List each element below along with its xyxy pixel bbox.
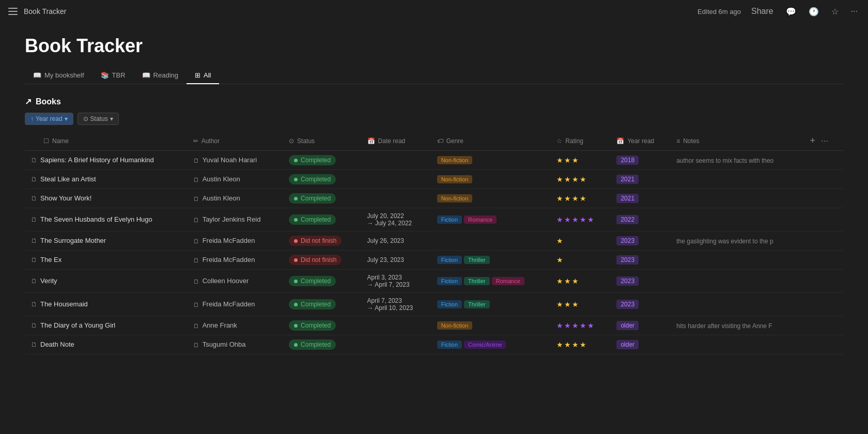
book-icon: 🗋 <box>31 237 37 244</box>
star-filled: ★ <box>564 277 571 285</box>
add-column-button[interactable]: + <box>808 135 817 146</box>
genre-tag: Thriller <box>464 300 490 308</box>
status-filter[interactable]: ⊙ Status ▾ <box>78 113 119 125</box>
notes-col-icon: ≡ <box>676 137 680 145</box>
author-cell: 🗋Taylor Jenkins Reid <box>187 208 283 231</box>
tab-tbr[interactable]: 📚 TBR <box>92 67 134 84</box>
status-cell: Completed <box>283 189 361 208</box>
genre-tag: Fiction <box>437 215 462 224</box>
tab-bookshelf[interactable]: 📖 My bookshelf <box>25 67 92 84</box>
star-filled: ★ <box>556 237 563 245</box>
notes-value: author seems to mix facts with theo <box>676 157 773 164</box>
tab-all[interactable]: ⊞ All <box>187 67 219 84</box>
author-name: Tsugumi Ohba <box>203 340 246 348</box>
table-row[interactable]: 🗋The Housemaid🗋Freida McFaddenCompletedA… <box>25 293 843 316</box>
star-filled: ★ <box>564 340 571 349</box>
section-header: ↗ Books <box>25 97 843 106</box>
status-label: Completed <box>301 195 331 202</box>
date-cell: April 7, 2023 → April 10, 2023 <box>361 293 431 316</box>
star-filled: ★ <box>556 256 563 264</box>
status-label: Completed <box>301 216 331 223</box>
status-badge: Completed <box>289 193 336 204</box>
status-filter-icon: ⊙ <box>83 115 88 122</box>
date-value: April 3, 2023 → April 7, 2023 <box>367 274 410 288</box>
book-icon: 🗋 <box>31 256 37 264</box>
year-badge: 2022 <box>616 215 639 224</box>
status-label: Completed <box>301 341 331 348</box>
book-name: Death Note <box>40 340 74 349</box>
top-bar: Book Tracker Edited 6m ago Share 💬 🕐 ☆ ·… <box>0 0 868 23</box>
status-label: Completed <box>301 277 331 285</box>
table-row[interactable]: 🗋Sapiens: A Brief History of Humankind🗋Y… <box>25 151 843 170</box>
history-icon[interactable]: 🕐 <box>807 5 821 19</box>
author-name: Austin Kleon <box>203 175 240 183</box>
rating-cell: ★★★ <box>550 151 610 170</box>
star-filled: ★ <box>587 321 594 330</box>
col-header-status[interactable]: ⊙ Status <box>283 131 361 151</box>
col-header-add: + ··· <box>801 131 843 151</box>
date-col-icon: 📅 <box>367 137 375 145</box>
top-bar-right: Edited 6m ago Share 💬 🕐 ☆ ··· <box>698 5 860 19</box>
status-cell: Completed <box>283 151 361 170</box>
col-header-author[interactable]: ✏ Author <box>187 131 283 151</box>
hamburger-menu[interactable] <box>8 8 18 15</box>
year-read-chevron-icon: ▾ <box>65 115 68 122</box>
book-name: The Surrogate Mother <box>40 236 106 245</box>
genre-cell: FictionRomance <box>431 208 550 231</box>
status-dot <box>294 159 298 162</box>
tab-bookshelf-label: My bookshelf <box>44 71 84 79</box>
status-dot <box>294 218 298 222</box>
status-badge: Completed <box>289 214 336 225</box>
comment-icon[interactable]: 💬 <box>784 5 798 19</box>
table-row[interactable]: 🗋The Ex🗋Freida McFaddenDid not finishJul… <box>25 251 843 270</box>
star-filled: ★ <box>556 340 563 349</box>
genre-cell: FictionThrillerRomance <box>431 270 550 293</box>
rating-cell: ★ <box>550 251 610 270</box>
table-row[interactable]: 🗋The Surrogate Mother🗋Freida McFaddenDid… <box>25 231 843 251</box>
star-filled: ★ <box>580 194 586 203</box>
author-cell: 🗋Colleen Hoover <box>187 270 283 293</box>
table-row[interactable]: 🗋Death Note🗋Tsugumi OhbaCompletedFiction… <box>25 335 843 354</box>
genre-cell: FictionThriller <box>431 293 550 316</box>
author-doc-icon: 🗋 <box>193 322 199 330</box>
table-row[interactable]: 🗋Verity🗋Colleen HooverCompletedApril 3, … <box>25 270 843 293</box>
status-cell: Did not finish <box>283 231 361 251</box>
col-header-date-read[interactable]: 📅 Date read <box>361 131 431 151</box>
col-header-genre[interactable]: 🏷 Genre <box>431 131 550 151</box>
col-header-name[interactable]: ☐ Name <box>25 131 187 151</box>
tab-reading[interactable]: 📖 Reading <box>134 67 187 84</box>
tab-reading-label: Reading <box>153 71 178 79</box>
notes-cell <box>670 208 801 231</box>
more-options-icon[interactable]: ··· <box>849 5 860 18</box>
name-cell: 🗋Verity <box>25 270 187 293</box>
rating-cell: ★★★★ <box>550 189 610 208</box>
author-doc-icon: 🗋 <box>193 157 199 164</box>
author-name: Austin Kleon <box>203 194 240 202</box>
year-read-filter[interactable]: ↑ Year read ▾ <box>25 113 73 125</box>
share-button[interactable]: Share <box>749 5 776 18</box>
table-row[interactable]: 🗋The Seven Husbands of Evelyn Hugo🗋Taylo… <box>25 208 843 231</box>
star-filled: ★ <box>572 215 579 224</box>
table-row[interactable]: 🗋Steal Like an Artist🗋Austin KleonComple… <box>25 170 843 189</box>
year-badge: 2023 <box>616 276 639 286</box>
name-cell: 🗋Sapiens: A Brief History of Humankind <box>25 151 187 170</box>
name-cell: 🗋Steal Like an Artist <box>25 170 187 189</box>
col-header-notes[interactable]: ≡ Notes <box>670 131 801 151</box>
year-cell: 2021 <box>610 170 670 189</box>
date-cell: July 23, 2023 <box>361 251 431 270</box>
col-header-rating[interactable]: ☆ Rating <box>550 131 610 151</box>
more-columns-button[interactable]: ··· <box>819 136 830 146</box>
genre-cell: Non-fiction <box>431 189 550 208</box>
table-row[interactable]: 🗋Show Your Work!🗋Austin KleonCompletedNo… <box>25 189 843 208</box>
tbr-icon: 📚 <box>101 71 109 79</box>
table-row[interactable]: 🗋The Diary of a Young Girl🗋Anne FrankCom… <box>25 316 843 335</box>
star-icon[interactable]: ☆ <box>829 5 841 19</box>
year-cell: 2018 <box>610 151 670 170</box>
tab-all-label: All <box>204 71 211 79</box>
status-dot <box>294 280 298 283</box>
notes-cell <box>670 189 801 208</box>
status-col-icon: ⊙ <box>289 137 294 145</box>
genre-tag: Comic/Anime <box>464 340 506 349</box>
col-header-year-read[interactable]: 📅 Year read <box>610 131 670 151</box>
main-content: Book Tracker 📖 My bookshelf 📚 TBR 📖 Read… <box>0 23 868 367</box>
